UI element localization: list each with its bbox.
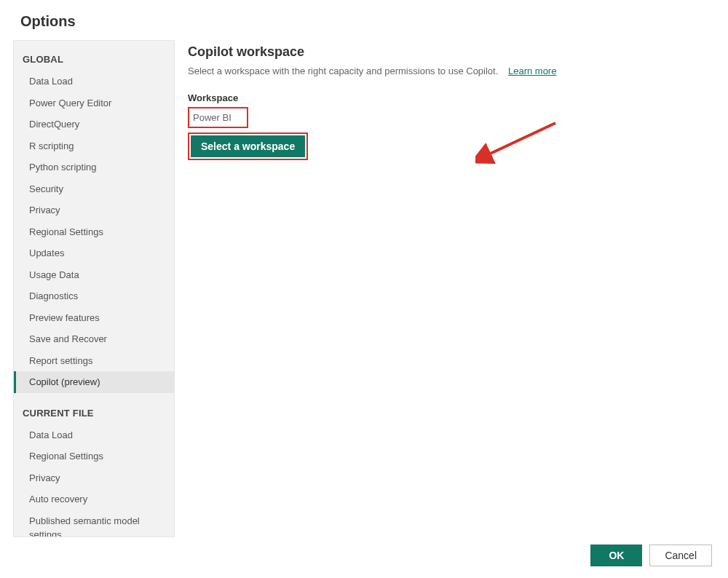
sidebar-item[interactable]: Power Query Editor	[14, 92, 174, 114]
select-workspace-button[interactable]: Select a workspace	[191, 135, 305, 157]
sidebar-item[interactable]: Updates	[14, 242, 174, 264]
select-workspace-highlight: Select a workspace	[188, 132, 308, 160]
section-heading: Copilot workspace	[188, 44, 711, 60]
learn-more-link[interactable]: Learn more	[508, 66, 556, 76]
workspace-field-label: Workspace	[188, 92, 711, 103]
sidebar-item[interactable]: Copilot (preview)	[14, 371, 174, 393]
sidebar-item[interactable]: Privacy	[14, 199, 174, 221]
sidebar-item[interactable]: Usage Data	[14, 264, 174, 286]
content-area: GLOBALData LoadPower Query EditorDirectQ…	[0, 37, 728, 537]
sidebar: GLOBALData LoadPower Query EditorDirectQ…	[13, 40, 175, 537]
sidebar-item[interactable]: Regional Settings	[14, 221, 174, 243]
dialog-title: Options	[0, 0, 728, 37]
sidebar-item[interactable]: Report settings	[14, 350, 174, 372]
sidebar-section-header: GLOBAL	[14, 50, 174, 71]
sidebar-item[interactable]: R scripting	[14, 135, 174, 157]
sidebar-item[interactable]: Data Load	[14, 424, 174, 446]
sidebar-item[interactable]: Auto recovery	[14, 488, 174, 510]
main-panel: Copilot workspace Select a workspace wit…	[188, 40, 715, 537]
annotation-arrow-icon	[475, 116, 563, 167]
sidebar-section-header: CURRENT FILE	[14, 403, 174, 424]
section-description: Select a workspace with the right capaci…	[188, 66, 711, 76]
sidebar-item[interactable]: Security	[14, 178, 174, 200]
description-text: Select a workspace with the right capaci…	[188, 66, 498, 76]
options-dialog: Options GLOBALData LoadPower Query Edito…	[0, 0, 728, 578]
sidebar-item[interactable]: Privacy	[14, 467, 174, 489]
sidebar-item[interactable]: Published semantic model settings	[14, 510, 174, 538]
cancel-button[interactable]: Cancel	[649, 545, 712, 566]
svg-line-1	[486, 123, 555, 156]
sidebar-item[interactable]: Save and Recover	[14, 328, 174, 350]
sidebar-item[interactable]: Regional Settings	[14, 446, 174, 467]
sidebar-item[interactable]: DirectQuery	[14, 114, 174, 135]
ok-button[interactable]: OK	[590, 545, 642, 566]
dialog-footer: OK Cancel	[0, 537, 728, 578]
sidebar-item[interactable]: Diagnostics	[14, 285, 174, 307]
sidebar-item[interactable]: Python scripting	[14, 157, 174, 178]
sidebar-item[interactable]: Data Load	[14, 71, 174, 92]
workspace-input[interactable]: Power BI	[188, 107, 248, 128]
sidebar-item[interactable]: Preview features	[14, 307, 174, 329]
